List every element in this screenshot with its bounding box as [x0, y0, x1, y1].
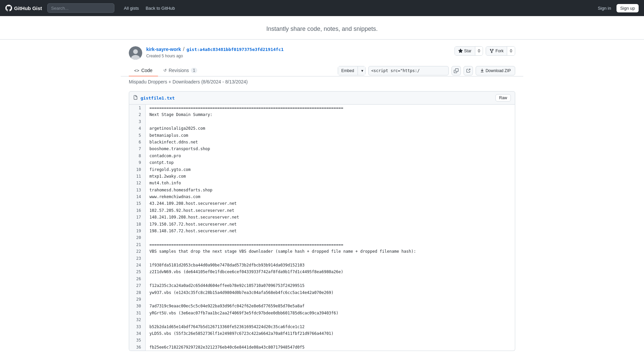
- line-number: 2: [129, 111, 145, 118]
- line-number: 15: [129, 200, 145, 207]
- line-content: z2I1dvN69.vbs (de644105ef0e1fdbcee6cef04…: [145, 268, 515, 275]
- hero-section: Instantly share code, notes, and snippet…: [0, 16, 644, 40]
- line-number: 5: [129, 132, 145, 139]
- table-row: 19198.148.167.72.host.secureserver.net: [129, 228, 515, 234]
- open-raw-button[interactable]: [464, 66, 473, 75]
- search-input[interactable]: [47, 3, 114, 13]
- line-number: 7: [129, 145, 145, 152]
- header-right: Sign in Sign up: [595, 4, 639, 12]
- content-area: gistfile1.txt Raw 1=====================…: [121, 91, 523, 351]
- revisions-count-badge: 1: [191, 68, 197, 73]
- table-row: 28yw937.vbs (e1243c35fc8c28b15a4d9804d0b…: [129, 289, 515, 296]
- line-number: 11: [129, 173, 145, 180]
- line-number: 36: [129, 344, 145, 351]
- fork-label: Fork: [495, 49, 503, 53]
- external-link-icon: [466, 68, 471, 73]
- line-number: 19: [129, 228, 145, 234]
- line-content: b52b2da1d65e14bdf7647b5d126713360fe52361…: [145, 323, 515, 330]
- line-content: contpt.top: [145, 159, 515, 166]
- star-count: 0: [475, 47, 483, 55]
- table-row: 32: [129, 316, 515, 323]
- table-row: 5betmaniaplus.com: [129, 132, 515, 139]
- line-number: 20: [129, 234, 145, 241]
- line-content: [145, 118, 515, 125]
- line-content: betmaniaplus.com: [145, 132, 515, 139]
- profile-info: kirk-sayre-work / gist:a4a8c83481bbf0197…: [146, 46, 284, 58]
- fork-icon: [489, 49, 494, 53]
- line-content: fb25ee6c71822679297282e3212376eb40c6e844…: [145, 344, 515, 351]
- site-header: GitHub Gist All gists Back to GitHub Sig…: [0, 0, 644, 16]
- line-content: [145, 296, 515, 303]
- line-content: [145, 316, 515, 323]
- avatar: [129, 46, 142, 60]
- table-row: 12mut4.toh.info: [129, 180, 515, 186]
- table-row: 9contpt.top: [129, 159, 515, 166]
- line-number: 24: [129, 262, 145, 268]
- line-content: contadcom.pro: [145, 153, 515, 159]
- download-icon: [480, 68, 484, 73]
- line-content: 198.148.167.72.host.secureserver.net: [145, 228, 515, 234]
- line-number: 32: [129, 316, 145, 323]
- star-button[interactable]: Star: [455, 47, 475, 55]
- table-row: 25z2I1dvN69.vbs (de644105ef0e1fdbcee6cef…: [129, 268, 515, 275]
- embed-dropdown-button[interactable]: ▾: [359, 66, 365, 75]
- line-number: 29: [129, 296, 145, 303]
- table-row: 34yLD55.vbs (55f3c26e5852736lf1e249897c6…: [129, 330, 515, 337]
- line-content: f12a235c3ca24a0ad2c65d44d604effeeb78e92c…: [145, 282, 515, 289]
- code-table: 1=======================================…: [129, 105, 515, 351]
- table-row: 11mtxp1.2waky.com: [129, 173, 515, 180]
- table-row: 18179.150.167.72.host.secureserver.net: [129, 221, 515, 228]
- profile-right: Star 0 Fork 0: [454, 46, 515, 56]
- back-to-github-link[interactable]: Back to GitHub: [143, 4, 177, 12]
- header-nav: All gists Back to GitHub: [121, 4, 177, 12]
- line-number: 8: [129, 153, 145, 159]
- table-row: 33b52b2da1d65e14bdf7647b5d126713360fe523…: [129, 323, 515, 330]
- embed-input[interactable]: [368, 66, 449, 75]
- line-content: trahomesd.homesdfarts.shop: [145, 187, 515, 193]
- table-row: 17148.241.109.208.host.secureserver.net: [129, 214, 515, 221]
- line-content: mtxp1.2waky.com: [145, 173, 515, 180]
- download-zip-button[interactable]: Download ZIP: [476, 66, 515, 75]
- line-number: 4: [129, 125, 145, 132]
- file-type-icon: [133, 95, 138, 101]
- code-area: 1=======================================…: [129, 105, 515, 351]
- embed-button-group: Embed ▾: [338, 66, 366, 75]
- signin-link[interactable]: Sign in: [595, 4, 614, 12]
- table-row: 10firegold.ygto.com: [129, 166, 515, 173]
- tabs-bar: <> Code ↺ Revisions 1 Embed ▾: [121, 65, 523, 76]
- line-number: 22: [129, 248, 145, 255]
- table-row: 35: [129, 337, 515, 344]
- separator: /: [183, 46, 184, 52]
- table-row: 31yRGrt5U.vbs (3e6eac07fb7aa1bc2aa2f4069…: [129, 310, 515, 316]
- line-number: 21: [129, 241, 145, 248]
- fork-button[interactable]: Fork: [486, 47, 507, 55]
- gist-id-link[interactable]: gist:a4a8c83481bbf0197375e3fd21914fc1: [186, 47, 284, 52]
- copy-embed-button[interactable]: [451, 66, 461, 75]
- revisions-tab-label: Revisions: [169, 68, 189, 73]
- line-number: 10: [129, 166, 145, 173]
- username-link[interactable]: kirk-sayre-work: [146, 47, 181, 52]
- tab-revisions[interactable]: ↺ Revisions 1: [158, 65, 203, 76]
- site-logo[interactable]: GitHub Gist: [5, 5, 42, 11]
- download-label: Download ZIP: [486, 68, 511, 73]
- table-row: 26: [129, 276, 515, 282]
- line-content: 7ad7319c9eaac00ec5c5c04e922ba93d96fc042f…: [145, 303, 515, 309]
- embed-main-button[interactable]: Embed: [338, 66, 358, 75]
- star-icon: [458, 49, 463, 53]
- description-text: Mispadu Droppers + Downloaders (8/6/2024…: [129, 79, 248, 84]
- fork-button-group: Fork 0: [486, 46, 515, 56]
- line-number: 34: [129, 330, 145, 337]
- line-number: 30: [129, 303, 145, 309]
- table-row: 23: [129, 255, 515, 262]
- line-number: 1: [129, 105, 145, 111]
- tab-code[interactable]: <> Code: [129, 65, 158, 76]
- line-content: yw937.vbs (e1243c35fc8c28b15a4d9804d0b7e…: [145, 289, 515, 296]
- all-gists-link[interactable]: All gists: [121, 4, 142, 12]
- raw-button[interactable]: Raw: [495, 94, 511, 102]
- line-content: 148.241.109.208.host.secureserver.net: [145, 214, 515, 221]
- table-row: 21======================================…: [129, 241, 515, 248]
- signup-button[interactable]: Sign up: [616, 4, 639, 12]
- line-number: 26: [129, 276, 145, 282]
- table-row: 241f938fda5181d2053cba44d0a90be7478dad57…: [129, 262, 515, 268]
- line-number: 9: [129, 159, 145, 166]
